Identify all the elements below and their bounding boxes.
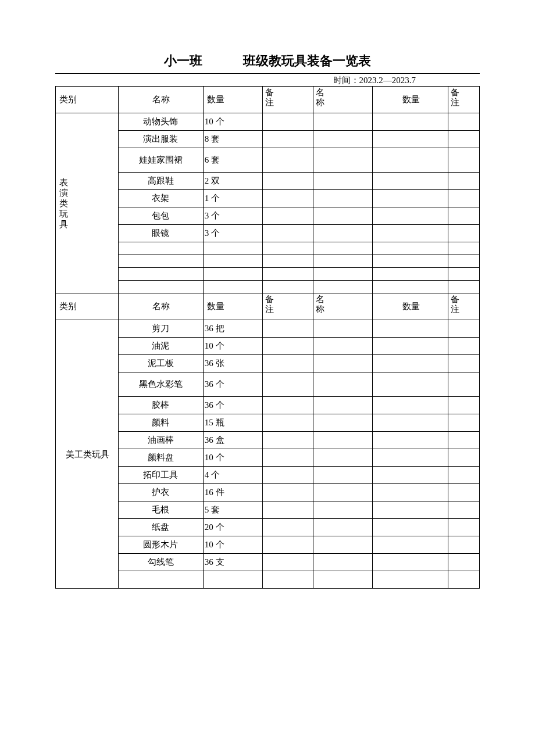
item-quantity: 1 个 [203, 190, 263, 207]
item-name: 毛根 [119, 501, 204, 519]
empty-cell [313, 225, 373, 242]
empty-cell [263, 397, 313, 414]
empty-cell [313, 484, 373, 501]
empty-cell [448, 255, 479, 268]
table-row: 黑色水彩笔36 个 [56, 372, 480, 397]
empty-cell [313, 519, 373, 536]
empty-cell [263, 338, 313, 355]
item-quantity: 36 支 [203, 554, 263, 571]
empty-cell [263, 519, 313, 536]
item-name: 勾线笔 [119, 554, 204, 571]
empty-cell [313, 173, 373, 190]
empty-cell [263, 432, 313, 449]
empty-cell [313, 372, 373, 397]
item-name: 胶棒 [119, 397, 204, 414]
category-cell: 表演类玩具 [56, 113, 119, 293]
empty-cell [263, 372, 313, 397]
item-quantity: 3 个 [203, 225, 263, 242]
header-category: 类别 [56, 87, 119, 113]
item-name: 颜料盘 [119, 449, 204, 467]
table-row [56, 281, 480, 293]
empty-cell [313, 355, 373, 372]
table-row: 高跟鞋2 双 [56, 173, 480, 190]
empty-cell [313, 242, 373, 255]
empty-cell [448, 281, 479, 293]
item-name: 泥工板 [119, 355, 204, 372]
empty-cell [373, 131, 448, 148]
empty-cell [373, 484, 448, 501]
item-quantity: 10 个 [203, 113, 263, 131]
empty-cell [263, 148, 313, 173]
empty-cell [263, 281, 313, 293]
item-name: 圆形木片 [119, 536, 204, 554]
item-name [119, 571, 204, 589]
empty-cell [448, 501, 479, 519]
empty-cell [313, 449, 373, 467]
item-quantity: 36 个 [203, 372, 263, 397]
empty-cell [448, 397, 479, 414]
header-note2: 备注 [448, 87, 479, 113]
table-row: 颜料盘10 个 [56, 449, 480, 467]
empty-cell [263, 207, 313, 225]
empty-cell [448, 207, 479, 225]
empty-cell [373, 225, 448, 242]
item-name [119, 255, 204, 268]
empty-cell [263, 571, 313, 589]
empty-cell [373, 207, 448, 225]
empty-cell [313, 320, 373, 338]
table-row: 眼镜3 个 [56, 225, 480, 242]
class-name: 小一班 [164, 52, 202, 70]
item-name: 拓印工具 [119, 467, 204, 484]
empty-cell [373, 501, 448, 519]
item-quantity: 5 套 [203, 501, 263, 519]
header-name: 名称 [119, 87, 204, 113]
empty-cell [373, 173, 448, 190]
item-quantity: 10 个 [203, 536, 263, 554]
empty-cell [373, 190, 448, 207]
header-category: 类别 [56, 293, 119, 320]
item-name: 护衣 [119, 484, 204, 501]
empty-cell [313, 131, 373, 148]
table-row: 圆形木片10 个 [56, 536, 480, 554]
document-title: 小一班 班级教玩具装备一览表 [55, 52, 480, 70]
empty-cell [373, 449, 448, 467]
empty-cell [448, 484, 479, 501]
empty-cell [373, 242, 448, 255]
table-row: 胶棒36 个 [56, 397, 480, 414]
item-name: 衣架 [119, 190, 204, 207]
item-name: 演出服装 [119, 131, 204, 148]
item-quantity: 15 瓶 [203, 414, 263, 432]
empty-cell [313, 281, 373, 293]
header-quantity: 数量 [203, 87, 263, 113]
table-row: 衣架1 个 [56, 190, 480, 207]
empty-cell [448, 372, 479, 397]
empty-cell [448, 225, 479, 242]
empty-cell [448, 432, 479, 449]
empty-cell [263, 484, 313, 501]
item-name: 油泥 [119, 338, 204, 355]
item-quantity: 4 个 [203, 467, 263, 484]
empty-cell [263, 467, 313, 484]
item-name: 纸盘 [119, 519, 204, 536]
empty-cell [263, 355, 313, 372]
empty-cell [373, 519, 448, 536]
table-row: 演出服装8 套 [56, 131, 480, 148]
item-name: 剪刀 [119, 320, 204, 338]
header-note: 备注 [263, 87, 313, 113]
empty-cell [373, 320, 448, 338]
item-quantity: 6 套 [203, 148, 263, 173]
empty-cell [313, 268, 373, 281]
empty-cell [313, 207, 373, 225]
item-quantity: 10 个 [203, 449, 263, 467]
header-quantity2: 数量 [373, 293, 448, 320]
table-row: 娃娃家围裙6 套 [56, 148, 480, 173]
empty-cell [263, 449, 313, 467]
item-quantity [203, 242, 263, 255]
empty-cell [263, 501, 313, 519]
empty-cell [263, 173, 313, 190]
empty-cell [263, 536, 313, 554]
empty-cell [448, 173, 479, 190]
item-name: 高跟鞋 [119, 173, 204, 190]
equipment-table: 类别名称数量备注名称数量备注表演类玩具动物头饰10 个演出服装8 套娃娃家围裙6… [55, 86, 480, 589]
empty-cell [448, 571, 479, 589]
